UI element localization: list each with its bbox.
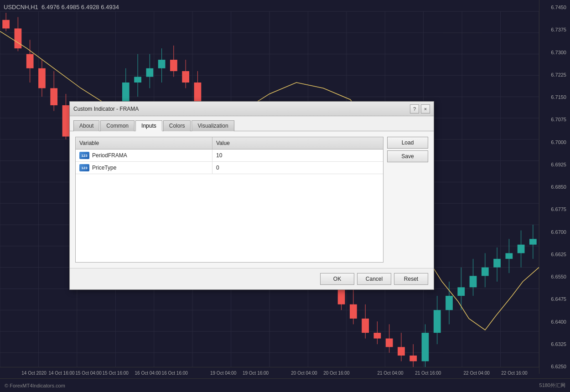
table-row[interactable]: 123 PriceType 0: [76, 162, 383, 174]
tab-inputs[interactable]: Inputs: [135, 120, 162, 131]
table-header: Variable Value: [76, 137, 383, 150]
tab-about[interactable]: About: [73, 120, 99, 131]
dialog: Custom Indicator - FRAMA ? × About Commo…: [69, 101, 434, 290]
ok-button[interactable]: OK: [320, 273, 354, 285]
dialog-tabs: About Common Inputs Colors Visualization: [70, 116, 434, 131]
dialog-title: Custom Indicator - FRAMA: [73, 106, 139, 112]
var-icon-1: 123: [79, 152, 89, 159]
dialog-footer: OK Cancel Reset: [70, 268, 434, 289]
help-button[interactable]: ?: [410, 104, 419, 113]
save-button[interactable]: Save: [387, 150, 428, 162]
td-value-2: 0: [212, 162, 383, 174]
td-variable-1: 123 PeriodFRAMA: [76, 150, 212, 161]
col-value: Value: [212, 137, 383, 149]
cancel-button[interactable]: Cancel: [357, 273, 391, 285]
table-row[interactable]: 123 PeriodFRAMA 10: [76, 150, 383, 162]
tab-visualization[interactable]: Visualization: [192, 120, 234, 131]
load-button[interactable]: Load: [387, 137, 428, 149]
var-icon-2: 123: [79, 164, 89, 171]
dialog-titlebar: Custom Indicator - FRAMA ? ×: [70, 102, 434, 116]
close-button[interactable]: ×: [421, 104, 430, 113]
inputs-table: Variable Value 123 PeriodFRAMA 10: [75, 137, 383, 263]
col-variable: Variable: [76, 137, 212, 149]
side-buttons: Load Save: [387, 137, 428, 263]
dialog-overlay: Custom Indicator - FRAMA ? × About Commo…: [0, 0, 570, 392]
td-variable-2: 123 PriceType: [76, 162, 212, 174]
tab-common[interactable]: Common: [100, 120, 135, 131]
dialog-controls: ? ×: [410, 104, 430, 113]
tab-colors[interactable]: Colors: [163, 120, 191, 131]
reset-button[interactable]: Reset: [394, 273, 428, 285]
td-value-1: 10: [212, 150, 383, 161]
dialog-content: Variable Value 123 PeriodFRAMA 10: [70, 131, 434, 268]
